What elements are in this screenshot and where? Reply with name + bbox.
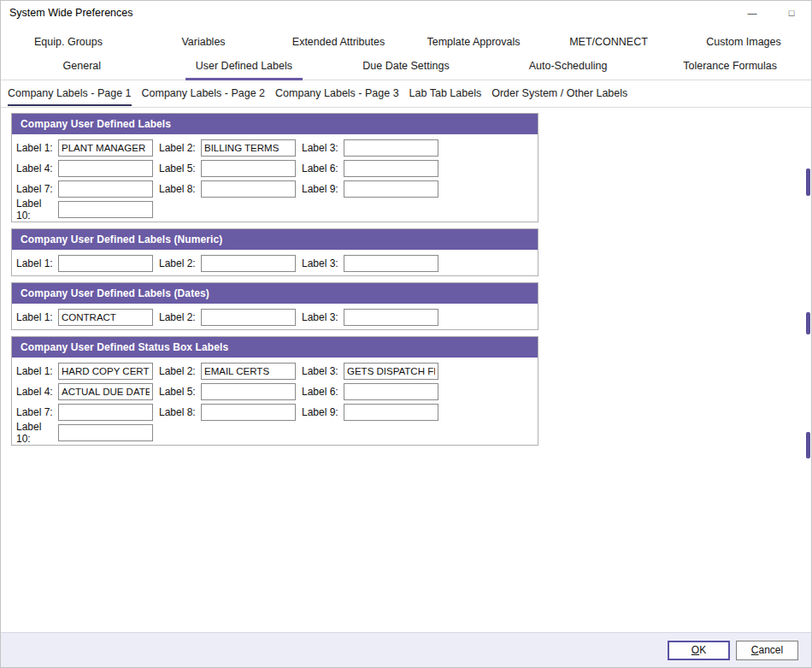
field-input[interactable] bbox=[58, 363, 153, 380]
tab-label: Extended Attributes bbox=[282, 31, 395, 56]
field-input[interactable] bbox=[201, 383, 296, 400]
field-input[interactable] bbox=[344, 363, 438, 380]
field-company-user-defined-status-box-labels-5: Label 5: bbox=[159, 382, 296, 400]
tab-row-2: GeneralUser Defined LabelsDue Date Setti… bbox=[1, 55, 811, 80]
scroll-indicator bbox=[806, 432, 810, 458]
tab-label: General bbox=[53, 55, 111, 80]
tab-general[interactable]: General bbox=[1, 55, 163, 80]
group-body: Label 1:Label 2:Label 3: bbox=[12, 304, 538, 329]
field-company-user-defined-labels-10: Label 10: bbox=[16, 200, 153, 218]
field-input[interactable] bbox=[58, 255, 153, 272]
subtab-row: Company Labels - Page 1Company Labels - … bbox=[1, 80, 811, 108]
field-label: Label 4: bbox=[16, 163, 58, 174]
field-label: Label 7: bbox=[16, 406, 58, 418]
field-input[interactable] bbox=[201, 255, 296, 272]
tab-label: Custom Images bbox=[696, 31, 791, 56]
field-input[interactable] bbox=[201, 180, 296, 198]
group-company-user-defined-labels-dates: Company User Defined Labels (Dates)Label… bbox=[11, 282, 538, 330]
field-input[interactable] bbox=[344, 160, 438, 177]
field-input[interactable] bbox=[58, 424, 153, 441]
field-label: Label 7: bbox=[16, 183, 58, 195]
field-input[interactable] bbox=[58, 180, 153, 198]
field-input[interactable] bbox=[201, 139, 296, 157]
tab-label: Due Date Settings bbox=[352, 55, 459, 80]
subtab-company-labels-page-1[interactable]: Company Labels - Page 1 bbox=[8, 81, 132, 106]
group-company-user-defined-status-box-labels: Company User Defined Status Box LabelsLa… bbox=[11, 336, 538, 446]
field-input[interactable] bbox=[201, 363, 296, 380]
tab-label: Tolerance Formulas bbox=[673, 55, 787, 80]
subtab-company-labels-page-2[interactable]: Company Labels - Page 2 bbox=[142, 81, 266, 106]
field-input[interactable] bbox=[58, 383, 153, 400]
window-controls: — □ bbox=[733, 1, 811, 25]
ok-button[interactable]: OK bbox=[668, 641, 730, 660]
field-label: Label 8: bbox=[159, 183, 201, 195]
tab-auto-scheduling[interactable]: Auto-Scheduling bbox=[487, 55, 650, 80]
field-input[interactable] bbox=[344, 139, 438, 157]
field-company-user-defined-labels-6: Label 6: bbox=[302, 159, 438, 177]
subtab-lab-tab-labels[interactable]: Lab Tab Labels bbox=[409, 81, 482, 106]
field-company-user-defined-status-box-labels-6: Label 6: bbox=[302, 382, 438, 400]
field-company-user-defined-labels-numeric-2: Label 2: bbox=[159, 254, 296, 272]
tab-label: MET/CONNECT bbox=[559, 31, 658, 56]
titlebar: System Wide Preferences — □ bbox=[1, 1, 811, 25]
group-company-user-defined-labels: Company User Defined LabelsLabel 1:Label… bbox=[11, 113, 538, 222]
tab-tolerance-formulas[interactable]: Tolerance Formulas bbox=[649, 55, 811, 80]
cancel-button-label: Cancel bbox=[751, 644, 783, 656]
field-label: Label 1: bbox=[16, 142, 58, 154]
field-label: Label 8: bbox=[159, 406, 201, 418]
content-area: Company User Defined LabelsLabel 1:Label… bbox=[1, 108, 811, 446]
field-label: Label 4: bbox=[16, 386, 58, 398]
field-input[interactable] bbox=[344, 309, 438, 326]
group-company-user-defined-labels-numeric: Company User Defined Labels (Numeric)Lab… bbox=[11, 228, 538, 276]
field-input[interactable] bbox=[58, 201, 153, 218]
tab-custom-images[interactable]: Custom Images bbox=[676, 32, 811, 55]
field-input[interactable] bbox=[58, 139, 153, 157]
tab-user-defined-labels[interactable]: User Defined Labels bbox=[163, 55, 326, 80]
field-label: Label 9: bbox=[302, 183, 344, 195]
group-title: Company User Defined Labels (Numeric) bbox=[12, 229, 538, 250]
field-label: Label 2: bbox=[159, 257, 201, 269]
field-company-user-defined-labels-numeric-1: Label 1: bbox=[16, 254, 153, 272]
tab-met-connect[interactable]: MET/CONNECT bbox=[541, 32, 676, 55]
tab-equip-groups[interactable]: Equip. Groups bbox=[1, 32, 136, 55]
group-body: Label 1:Label 2:Label 3:Label 4:Label 5:… bbox=[12, 134, 538, 222]
tab-due-date-settings[interactable]: Due Date Settings bbox=[325, 55, 487, 80]
field-input[interactable] bbox=[201, 160, 296, 177]
field-label: Label 2: bbox=[159, 142, 201, 154]
field-label: Label 1: bbox=[16, 365, 58, 377]
field-company-user-defined-labels-4: Label 4: bbox=[16, 159, 153, 177]
field-input[interactable] bbox=[58, 404, 153, 421]
field-input[interactable] bbox=[344, 255, 438, 272]
field-company-user-defined-status-box-labels-3: Label 3: bbox=[302, 362, 438, 380]
maximize-icon[interactable]: □ bbox=[772, 1, 811, 25]
field-company-user-defined-labels-dates-2: Label 2: bbox=[159, 308, 296, 326]
field-company-user-defined-labels-dates-1: Label 1: bbox=[16, 308, 153, 326]
field-company-user-defined-status-box-labels-10: Label 10: bbox=[16, 423, 153, 441]
field-label: Label 2: bbox=[159, 365, 201, 377]
cancel-button[interactable]: Cancel bbox=[736, 641, 798, 660]
field-label: Label 6: bbox=[302, 163, 344, 174]
scroll-indicator bbox=[806, 312, 810, 334]
field-input[interactable] bbox=[58, 160, 153, 177]
field-input[interactable] bbox=[344, 180, 438, 198]
field-input[interactable] bbox=[344, 404, 438, 421]
scroll-indicator bbox=[806, 168, 810, 196]
field-input[interactable] bbox=[201, 404, 296, 421]
minimize-icon[interactable]: — bbox=[733, 1, 772, 25]
field-company-user-defined-labels-numeric-3: Label 3: bbox=[302, 254, 438, 272]
field-label: Label 2: bbox=[159, 311, 201, 323]
field-label: Label 9: bbox=[302, 406, 344, 418]
field-input[interactable] bbox=[201, 309, 296, 326]
tab-label: Auto-Scheduling bbox=[519, 55, 618, 80]
tab-extended-attributes[interactable]: Extended Attributes bbox=[271, 32, 406, 55]
field-label: Label 1: bbox=[16, 257, 58, 269]
group-title: Company User Defined Labels bbox=[12, 114, 538, 134]
tab-label: User Defined Labels bbox=[185, 55, 303, 80]
tab-variables[interactable]: Variables bbox=[136, 32, 271, 55]
tab-template-approvals[interactable]: Template Approvals bbox=[406, 32, 541, 55]
field-input[interactable] bbox=[344, 383, 438, 400]
subtab-order-system-other-labels[interactable]: Order System / Other Labels bbox=[491, 81, 627, 106]
field-input[interactable] bbox=[58, 309, 153, 326]
subtab-company-labels-page-3[interactable]: Company Labels - Page 3 bbox=[275, 81, 399, 106]
system-wide-preferences-window: System Wide Preferences — □ Equip. Group… bbox=[0, 0, 812, 668]
